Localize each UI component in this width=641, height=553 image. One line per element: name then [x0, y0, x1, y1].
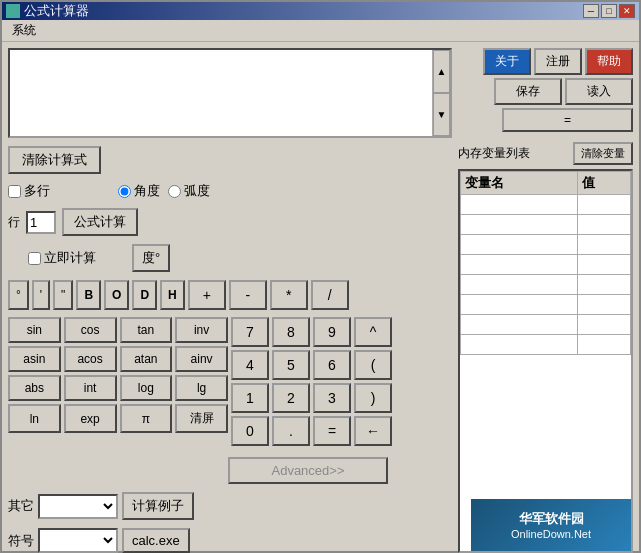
- num2-btn[interactable]: 2: [272, 383, 310, 413]
- formula-display: ▲ ▼: [8, 48, 452, 138]
- func-row1: sin cos tan inv: [8, 317, 228, 343]
- memory-var-label: 内存变量列表: [458, 145, 530, 162]
- equals-numpad-btn[interactable]: =: [313, 416, 351, 446]
- table-row: [461, 235, 631, 255]
- about-button[interactable]: 关于: [483, 48, 531, 75]
- num5-btn[interactable]: 5: [272, 350, 310, 380]
- clear-formula-button[interactable]: 清除计算式: [8, 146, 101, 174]
- watermark: 华军软件园 OnlineDown.Net: [471, 499, 631, 551]
- equals-button[interactable]: =: [502, 108, 633, 132]
- angle-degree-radio[interactable]: [118, 185, 131, 198]
- top-btn-row1: 关于 注册 帮助: [458, 48, 633, 75]
- close-button[interactable]: ✕: [619, 4, 635, 18]
- log-button[interactable]: log: [120, 375, 173, 401]
- plus-btn[interactable]: +: [188, 280, 226, 310]
- other-select[interactable]: [38, 494, 118, 519]
- maximize-button[interactable]: □: [601, 4, 617, 18]
- options-row: 多行 角度 弧度: [8, 182, 452, 200]
- num0-btn[interactable]: 0: [231, 416, 269, 446]
- bottom-row1: 其它 计算例子: [8, 492, 452, 520]
- num3-btn[interactable]: 3: [313, 383, 351, 413]
- func-numpad-area: sin cos tan inv asin acos atan ainv abs …: [8, 317, 452, 446]
- calc-example-button[interactable]: 计算例子: [122, 492, 194, 520]
- num4-btn[interactable]: 4: [231, 350, 269, 380]
- o-btn[interactable]: O: [104, 280, 129, 310]
- formula-calc-button[interactable]: 公式计算: [62, 208, 138, 236]
- advanced-button[interactable]: Advanced>>: [228, 457, 388, 484]
- num8-btn[interactable]: 8: [272, 317, 310, 347]
- load-button[interactable]: 读入: [565, 78, 633, 105]
- scroll-up-button[interactable]: ▲: [433, 50, 450, 93]
- window-title: 公式计算器: [24, 2, 89, 20]
- register-button[interactable]: 注册: [534, 48, 582, 75]
- ln-button[interactable]: ln: [8, 404, 61, 433]
- int-button[interactable]: int: [64, 375, 117, 401]
- atan-button[interactable]: atan: [120, 346, 173, 372]
- titlebar: 公式计算器 ─ □ ✕: [2, 2, 639, 20]
- arc-degree-label[interactable]: 弧度: [168, 182, 210, 200]
- exp-button[interactable]: exp: [64, 404, 117, 433]
- num6-btn[interactable]: 6: [313, 350, 351, 380]
- formula-textarea[interactable]: [10, 50, 432, 136]
- scroll-down-button[interactable]: ▼: [433, 93, 450, 136]
- clear-var-button[interactable]: 清除变量: [573, 142, 633, 165]
- d-btn[interactable]: D: [132, 280, 157, 310]
- multiline-checkbox[interactable]: [8, 185, 21, 198]
- b-btn[interactable]: B: [76, 280, 101, 310]
- var-value-header: 值: [577, 172, 630, 195]
- table-row: [461, 215, 631, 235]
- app-icon: [6, 4, 20, 18]
- row-input[interactable]: [26, 211, 56, 234]
- tan-button[interactable]: tan: [120, 317, 173, 343]
- row-input-area: 行 公式计算: [8, 208, 452, 236]
- save-button[interactable]: 保存: [494, 78, 562, 105]
- help-button[interactable]: 帮助: [585, 48, 633, 75]
- clear-screen-button[interactable]: 清屏: [175, 404, 228, 433]
- table-row: [461, 295, 631, 315]
- num1-btn[interactable]: 1: [231, 383, 269, 413]
- angle-degree-label[interactable]: 角度: [118, 182, 160, 200]
- dot-btn[interactable]: .: [272, 416, 310, 446]
- pi-button[interactable]: π: [120, 404, 173, 433]
- calc-exe-button[interactable]: calc.exe: [122, 528, 190, 553]
- menu-system[interactable]: 系统: [8, 22, 40, 38]
- h-btn[interactable]: H: [160, 280, 185, 310]
- main-content: ▲ ▼ 清除计算式 多行 角度: [2, 42, 639, 553]
- cos-button[interactable]: cos: [64, 317, 117, 343]
- multiline-checkbox-label[interactable]: 多行: [8, 182, 50, 200]
- num9-btn[interactable]: 9: [313, 317, 351, 347]
- arc-degree-radio[interactable]: [168, 185, 181, 198]
- instant-calc-checkbox[interactable]: [28, 252, 41, 265]
- instant-calc-label[interactable]: 立即计算: [28, 249, 96, 267]
- arcsec-btn[interactable]: ": [53, 280, 73, 310]
- minus-btn[interactable]: -: [229, 280, 267, 310]
- inv-button[interactable]: inv: [175, 317, 228, 343]
- degree-button[interactable]: 度°: [132, 244, 170, 272]
- ainv-button[interactable]: ainv: [175, 346, 228, 372]
- open-paren-btn[interactable]: (: [354, 350, 392, 380]
- abs-button[interactable]: abs: [8, 375, 61, 401]
- backspace-btn[interactable]: ←: [354, 416, 392, 446]
- table-row: [461, 275, 631, 295]
- arcmin-btn[interactable]: ': [32, 280, 50, 310]
- menubar: 系统: [2, 20, 639, 42]
- degree-symbol-btn[interactable]: °: [8, 280, 29, 310]
- main-window: 公式计算器 ─ □ ✕ 系统 ▲ ▼ 清: [0, 0, 641, 553]
- asin-button[interactable]: asin: [8, 346, 61, 372]
- sin-button[interactable]: sin: [8, 317, 61, 343]
- table-row: [461, 335, 631, 355]
- acos-button[interactable]: acos: [64, 346, 117, 372]
- instant-calc-row: 立即计算 度°: [28, 244, 452, 272]
- sign-select[interactable]: [38, 528, 118, 553]
- watermark-line1: 华军软件园: [519, 510, 584, 528]
- close-paren-btn[interactable]: ): [354, 383, 392, 413]
- titlebar-left: 公式计算器: [6, 2, 89, 20]
- clear-row: 清除计算式: [8, 146, 452, 174]
- lg-button[interactable]: lg: [175, 375, 228, 401]
- watermark-line2: OnlineDown.Net: [511, 528, 591, 540]
- multiply-btn[interactable]: *: [270, 280, 308, 310]
- divide-btn[interactable]: /: [311, 280, 349, 310]
- num7-btn[interactable]: 7: [231, 317, 269, 347]
- minimize-button[interactable]: ─: [583, 4, 599, 18]
- caret-btn[interactable]: ^: [354, 317, 392, 347]
